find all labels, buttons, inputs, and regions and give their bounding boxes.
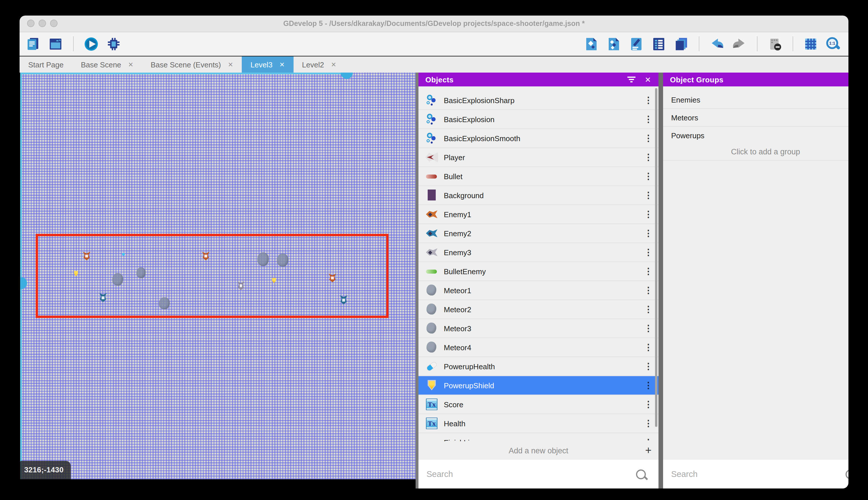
instance-meteor2[interactable] xyxy=(277,253,289,267)
vertical-scrollbar-thumb[interactable] xyxy=(20,277,27,289)
instance-poweruphealth[interactable] xyxy=(122,253,125,256)
screenshot-stage: GDevelop 5 - /Users/dkarakay/Documents/G… xyxy=(0,0,868,500)
instance-meteor3[interactable] xyxy=(137,267,145,278)
toolbar-divider xyxy=(73,36,74,51)
close-tab-icon[interactable]: ✕ xyxy=(280,61,285,68)
add-group-label: Click to add a group xyxy=(663,147,848,156)
object-row-score[interactable]: TxScore⋮ xyxy=(419,395,658,414)
meteor4-icon xyxy=(425,341,438,354)
object-row-background[interactable]: Background⋮ xyxy=(419,186,658,205)
scene-canvas[interactable]: 3216;-1430 xyxy=(20,72,415,479)
group-row-meteors[interactable]: Meteors⋮ xyxy=(663,109,848,127)
tab-label: Start Page xyxy=(28,60,63,69)
object-row-enemy2[interactable]: Enemy2⋮ xyxy=(419,224,658,243)
text-icon-glyph: Tx xyxy=(425,399,438,410)
group-row-enemies[interactable]: Enemies⋮ xyxy=(663,91,848,109)
groups-panel-header: Object Groups ✕ xyxy=(663,72,848,87)
instance-meteor4[interactable] xyxy=(112,273,123,286)
object-name: Score xyxy=(438,400,464,409)
object-row-enemy3[interactable]: Enemy3⋮ xyxy=(419,243,658,262)
object-name: Bullet xyxy=(438,172,462,181)
groups-search-input[interactable] xyxy=(663,469,846,479)
text-icon-glyph: Tx xyxy=(425,418,438,429)
close-tab-icon[interactable]: ✕ xyxy=(128,61,133,68)
group-row-powerups[interactable]: Powerups⋮ xyxy=(663,127,848,145)
background-icon xyxy=(425,189,438,202)
instances-list-icon[interactable] xyxy=(651,36,667,52)
panel-divider xyxy=(415,72,419,488)
objects-editor-icon[interactable] xyxy=(584,36,599,52)
object-row-poweruphealth[interactable]: PowerupHealth⋮ xyxy=(419,357,658,376)
object-row-player[interactable]: Player⋮ xyxy=(419,148,658,167)
object-row-bulletenemy[interactable]: BulletEnemy⋮ xyxy=(419,262,658,281)
score-icon: Tx xyxy=(425,398,438,411)
search-icon xyxy=(846,469,848,479)
object-row-enemy1[interactable]: Enemy1⋮ xyxy=(419,205,658,224)
object-row-meteor2[interactable]: Meteor2⋮ xyxy=(419,300,658,319)
svg-text:1:1: 1:1 xyxy=(829,41,835,45)
filter-icon[interactable] xyxy=(627,76,635,83)
objects-panel-title: Objects xyxy=(419,75,454,84)
object-name: BasicExplosionSharp xyxy=(438,96,515,104)
object-name: Player xyxy=(438,153,465,162)
horizontal-scrollbar-thumb[interactable] xyxy=(341,72,353,79)
objects-scrollbar-thumb[interactable] xyxy=(655,88,657,427)
object-row-basicexplosionsmooth[interactable]: BasicExplosionSmooth⋮ xyxy=(419,129,658,148)
plus-icon[interactable]: + xyxy=(645,444,652,457)
object-row-powerupshield[interactable]: PowerupShield⋮ xyxy=(419,376,658,395)
properties-icon[interactable] xyxy=(629,36,644,52)
object-groups-panel: Object Groups ✕ Enemies⋮Meteors⋮Powerups… xyxy=(663,72,848,488)
instance-meteor2[interactable] xyxy=(159,297,170,309)
instance-meteor1[interactable] xyxy=(257,252,269,266)
object-row-basicexplosion[interactable]: BasicExplosion⋮ xyxy=(419,110,658,129)
tab-base-scene-events[interactable]: Base Scene (Events)✕ xyxy=(142,56,242,72)
add-group-row[interactable]: Click to add a group + xyxy=(663,143,848,161)
scene-window-icon[interactable] xyxy=(48,36,63,52)
tab-start-page[interactable]: Start Page xyxy=(20,56,72,72)
add-object-row[interactable]: Add a new object + xyxy=(419,441,658,460)
vertical-scrollbar[interactable] xyxy=(20,72,22,479)
bulletenemy-icon xyxy=(425,265,438,278)
debug-icon[interactable] xyxy=(106,36,121,52)
object-row-bullet[interactable]: Bullet⋮ xyxy=(419,167,658,186)
search-icon xyxy=(636,469,646,479)
redo-icon[interactable] xyxy=(731,36,747,52)
close-tab-icon[interactable]: ✕ xyxy=(331,61,336,68)
objects-search-row xyxy=(419,460,658,488)
close-tab-icon[interactable]: ✕ xyxy=(228,61,233,68)
objects-panel: Objects ✕ BasicExplosionSharp⋮BasicExplo… xyxy=(419,72,658,488)
meteor3-icon xyxy=(425,322,438,335)
add-object-label: Add a new object xyxy=(419,446,658,455)
basicexplosion-icon xyxy=(425,113,438,126)
groups-search-row xyxy=(663,460,848,488)
toolbar-divider xyxy=(699,36,699,51)
object-row-meteor3[interactable]: Meteor3⋮ xyxy=(419,319,658,338)
tab-label: Base Scene xyxy=(81,60,121,69)
zoom-1-1-icon[interactable]: 1:1 xyxy=(825,36,841,52)
object-name: Meteor1 xyxy=(438,286,471,295)
object-row-basicexplosionsharp[interactable]: BasicExplosionSharp⋮ xyxy=(419,91,658,110)
toggle-mask-icon[interactable] xyxy=(767,36,783,52)
basicexplosionsmooth-icon xyxy=(425,132,438,145)
object-name: PowerupHealth xyxy=(438,362,495,371)
enemy1-icon xyxy=(425,208,438,220)
layers-icon[interactable] xyxy=(673,36,689,52)
object-row-meteor1[interactable]: Meteor1⋮ xyxy=(419,281,658,300)
object-groups-icon[interactable] xyxy=(606,36,622,52)
close-panel-icon[interactable]: ✕ xyxy=(645,76,651,83)
object-row-meteor4[interactable]: Meteor4⋮ xyxy=(419,338,658,357)
toggle-grid-icon[interactable] xyxy=(803,36,819,52)
preview-play-icon[interactable] xyxy=(83,36,99,52)
tab-level2[interactable]: Level2✕ xyxy=(293,56,345,72)
project-manager-icon[interactable] xyxy=(25,36,41,52)
undo-icon[interactable] xyxy=(709,36,725,52)
health-icon: Tx xyxy=(425,417,438,430)
tab-base-scene[interactable]: Base Scene✕ xyxy=(72,56,142,72)
horizontal-scrollbar[interactable] xyxy=(20,72,352,74)
objects-search-input[interactable] xyxy=(419,469,636,479)
object-row-health[interactable]: TxHealth⋮ xyxy=(419,414,658,433)
bullet-icon xyxy=(425,170,438,183)
meteor1-icon xyxy=(425,284,438,297)
tab-level3[interactable]: Level3✕ xyxy=(242,56,293,72)
object-name: Meteor3 xyxy=(438,324,471,333)
